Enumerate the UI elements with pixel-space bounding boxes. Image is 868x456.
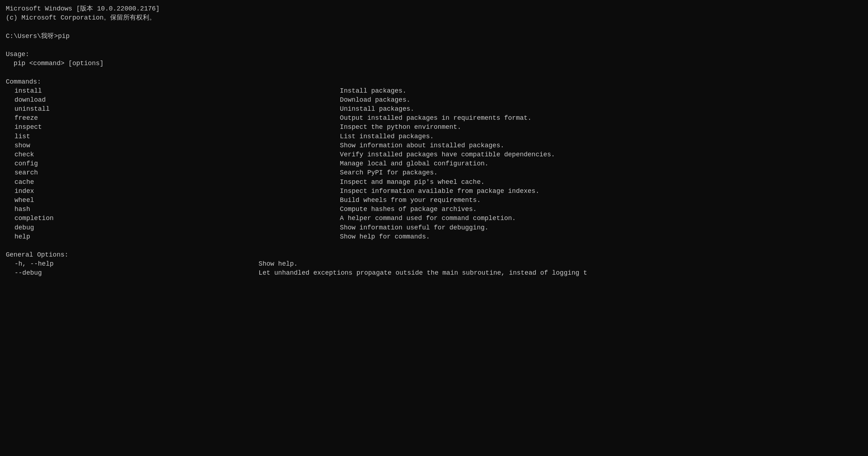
command-desc: List installed packages. [340,132,862,141]
command-row: indexInspect information available from … [6,187,862,196]
command-name: cache [6,178,340,187]
option-flag: -h, --help [6,259,259,269]
command-desc: Output installed packages in requirement… [340,114,862,123]
command-desc: Download packages. [340,96,862,105]
commands-label: Commands: [6,77,862,86]
header-line1: Microsoft Windows [版本 10.0.22000.2176] [6,4,862,13]
command-row: hashCompute hashes of package archives. [6,205,862,214]
command-desc: Build wheels from your requirements. [340,196,862,205]
command-desc: Compute hashes of package archives. [340,205,862,214]
command-row: inspectInspect the python environment. [6,123,862,132]
command-desc: Show help for commands. [340,232,862,241]
usage-label: Usage: [6,50,862,59]
command-row: installInstall packages. [6,86,862,96]
option-desc: Let unhandled exceptions propagate outsi… [259,269,862,278]
command-name: hash [6,205,340,214]
command-row: debugShow information useful for debuggi… [6,223,862,232]
command-desc: Inspect and manage pip's wheel cache. [340,178,862,187]
option-desc: Show help. [259,259,862,269]
command-row: showShow information about installed pac… [6,141,862,150]
command-name: completion [6,214,340,223]
command-row: completionA helper command used for comm… [6,214,862,223]
command-desc: Verify installed packages have compatibl… [340,150,862,159]
command-desc: Install packages. [340,86,862,96]
command-desc: Inspect information available from packa… [340,187,862,196]
command-name: install [6,86,340,96]
general-options-label: General Options: [6,250,862,259]
commands-table: installInstall packages.downloadDownload… [6,86,862,241]
command-row: checkVerify installed packages have comp… [6,150,862,159]
command-name: download [6,96,340,105]
command-desc: Manage local and global configuration. [340,159,862,168]
command-name: debug [6,223,340,232]
command-desc: A helper command used for command comple… [340,214,862,223]
command-row: freezeOutput installed packages in requi… [6,114,862,123]
command-desc: Inspect the python environment. [340,123,862,132]
spacer1 [6,22,862,31]
command-desc: Uninstall packages. [340,105,862,114]
command-name: list [6,132,340,141]
command-row: cacheInspect and manage pip's wheel cach… [6,178,862,187]
command-desc: Search PyPI for packages. [340,168,862,177]
spacer3 [6,68,862,77]
option-row: -h, --helpShow help. [6,259,862,269]
command-desc: Show information useful for debugging. [340,223,862,232]
command-row: uninstallUninstall packages. [6,105,862,114]
command-row: downloadDownload packages. [6,96,862,105]
command-name: index [6,187,340,196]
spacer4 [6,241,862,250]
command-name: uninstall [6,105,340,114]
command-row: searchSearch PyPI for packages. [6,168,862,177]
command-name: help [6,232,340,241]
option-row: --debugLet unhandled exceptions propagat… [6,269,862,278]
prompt-line: C:\Users\我呀>pip [6,32,862,41]
command-name: freeze [6,114,340,123]
command-row: listList installed packages. [6,132,862,141]
header-line2: (c) Microsoft Corporation。保留所有权利。 [6,13,862,22]
option-flag: --debug [6,269,259,278]
command-name: inspect [6,123,340,132]
command-name: show [6,141,340,150]
command-desc: Show information about installed package… [340,141,862,150]
usage-cmd: pip <command> [options] [6,59,862,68]
command-name: config [6,159,340,168]
command-name: wheel [6,196,340,205]
spacer2 [6,41,862,50]
command-row: configManage local and global configurat… [6,159,862,168]
command-row: helpShow help for commands. [6,232,862,241]
command-name: check [6,150,340,159]
command-row: wheelBuild wheels from your requirements… [6,196,862,205]
command-name: search [6,168,340,177]
general-options-table: -h, --helpShow help.--debugLet unhandled… [6,259,862,278]
